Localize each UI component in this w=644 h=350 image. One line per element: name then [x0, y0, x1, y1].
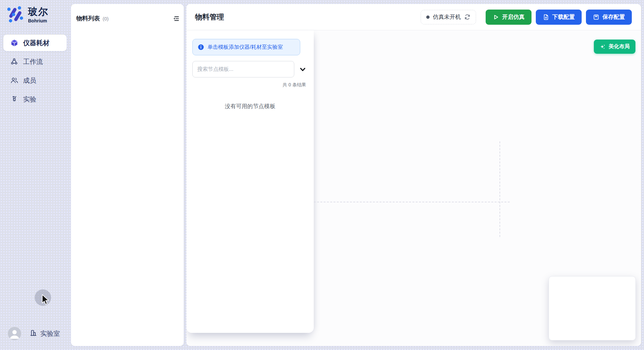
expand-toggle-button[interactable]	[299, 65, 306, 73]
sidebar: 玻尔 Bohrium 仪器耗材	[0, 0, 70, 350]
members-icon	[10, 76, 18, 84]
simulation-status-text: 仿真未开机	[433, 13, 461, 21]
download-config-button[interactable]: 下载配置	[536, 10, 582, 25]
info-icon	[198, 44, 204, 50]
beautify-layout-button[interactable]: 美化布局	[594, 40, 635, 54]
materials-list-panel: 物料列表 (0)	[71, 4, 184, 346]
chevron-down-icon	[299, 66, 306, 73]
brand-text: 玻尔 Bohrium	[28, 5, 48, 23]
brand-name: 玻尔	[28, 7, 48, 17]
minimap[interactable]	[549, 276, 636, 340]
canvas-guide-vertical	[499, 141, 500, 237]
simulation-status-pill: 仿真未开机	[421, 10, 476, 24]
brand: 玻尔 Bohrium	[6, 5, 48, 25]
sparkles-icon	[599, 44, 606, 50]
sidebar-item-workflow[interactable]: 工作流	[3, 53, 67, 70]
layout-canvas[interactable]: 单击模板添加仪器/耗材至实验室 共 0 条结果 没有可用的节点模板	[186, 30, 641, 346]
start-simulation-label: 开启仿真	[502, 13, 525, 21]
sidebar-item-label: 工作流	[23, 57, 43, 66]
building-icon	[29, 329, 37, 338]
sidebar-item-laboratory[interactable]: 实验室	[29, 329, 60, 338]
materials-list-count: (0)	[103, 16, 109, 21]
start-simulation-button[interactable]: 开启仿真	[486, 10, 531, 25]
canvas-guide-horizontal	[314, 202, 510, 202]
laboratory-label: 实验室	[40, 329, 60, 338]
brand-subtitle: Bohrium	[28, 18, 48, 23]
play-icon	[493, 14, 499, 20]
beautify-layout-label: 美化布局	[609, 43, 630, 50]
sidebar-item-instruments[interactable]: 仪器耗材	[3, 35, 67, 51]
info-banner: 单击模板添加仪器/耗材至实验室	[192, 39, 300, 55]
materials-list-title: 物料列表	[76, 15, 100, 22]
collapse-panel-button[interactable]	[172, 15, 180, 22]
template-search-row	[192, 61, 308, 77]
empty-state-text: 没有可用的节点模板	[192, 102, 308, 110]
materials-list-header: 物料列表 (0)	[71, 4, 184, 22]
status-dot-icon	[426, 15, 430, 19]
save-icon	[593, 14, 599, 20]
mouse-cursor	[42, 294, 50, 307]
main-header: 物料管理 仿真未开机 开启仿真	[186, 4, 641, 30]
save-config-button[interactable]: 保存配置	[586, 10, 632, 25]
page-title: 物料管理	[195, 12, 224, 22]
sidebar-footer: 实验室	[8, 327, 60, 340]
refresh-icon[interactable]	[464, 14, 470, 20]
sidebar-item-members[interactable]: 成员	[3, 72, 67, 89]
sidebar-item-experiments[interactable]: 实验	[3, 91, 67, 107]
download-config-label: 下载配置	[552, 13, 575, 21]
sidebar-menu: 仪器耗材 工作流 成员	[3, 35, 67, 110]
download-icon	[543, 14, 549, 20]
user-avatar[interactable]	[8, 327, 21, 340]
sidebar-item-label: 仪器耗材	[23, 39, 49, 47]
materials-management-panel: 物料管理 仿真未开机 开启仿真	[186, 4, 641, 346]
node-template-panel: 单击模板添加仪器/耗材至实验室 共 0 条结果 没有可用的节点模板	[186, 30, 314, 333]
result-count: 共 0 条结果	[192, 82, 306, 88]
info-banner-text: 单击模板添加仪器/耗材至实验室	[208, 44, 283, 51]
sidebar-item-label: 实验	[23, 95, 36, 104]
experiment-icon	[10, 95, 18, 103]
sidebar-item-label: 成员	[23, 76, 36, 85]
save-config-label: 保存配置	[602, 13, 625, 21]
workflow-icon	[10, 58, 18, 66]
page: { "sidebar": { "brand": { "name": "玻尔", …	[0, 0, 644, 350]
template-search-input[interactable]	[192, 61, 294, 77]
cube-icon	[10, 39, 18, 47]
bohrium-logo-icon	[6, 5, 24, 25]
